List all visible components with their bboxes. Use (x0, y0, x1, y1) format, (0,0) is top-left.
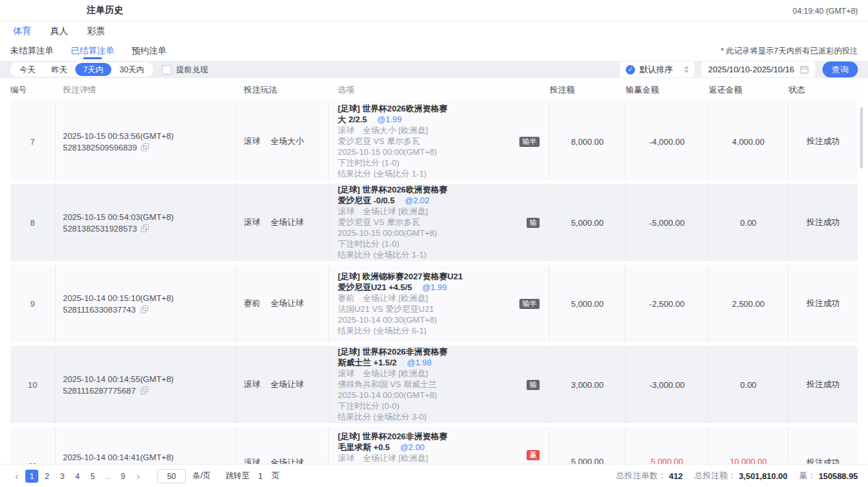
refund-amount: 10,000.00 (709, 427, 788, 464)
bet-time: 2025-10-14 00:15:10(GMT+8) (63, 294, 236, 302)
vertical-scrollbar[interactable] (860, 107, 863, 169)
result-badge: 输 (527, 218, 540, 228)
pager: ‹ 1 2 3 4 5 ... 9 › 条/页 跳转至 1 页 (10, 469, 279, 483)
table-row: 8 2025-10-15 00:54:03(GMT+8) 52813825319… (10, 184, 858, 261)
bet-time: 2025-10-14 00:14:55(GMT+8) (63, 375, 236, 384)
pill-30days[interactable]: 30天内 (111, 63, 152, 76)
option-score-line: 下注时比分 (1-0) (338, 158, 542, 169)
sort-select-value: 默认排序 (639, 64, 673, 75)
total-win-label: 赢： (799, 470, 816, 481)
play-phase: 滚球 (244, 457, 260, 464)
copy-icon[interactable] (141, 224, 149, 232)
play-market: 全场让球 (271, 217, 304, 228)
total-bets-label: 总投注单数： (616, 470, 666, 481)
tab-unsettled[interactable]: 未结算注单 (10, 41, 54, 61)
topbar: 注单历史 04:19:40 (GMT+8) (0, 0, 868, 22)
bet-detail-cell: 2025-10-14 00:14:55(GMT+8) 5281116287775… (56, 346, 237, 423)
next-page-button[interactable]: › (132, 470, 145, 483)
option-time-line: 2025-10-14 00:00(GMT+8) (338, 390, 542, 401)
winloss-amount: -4,000.00 (626, 103, 709, 180)
col-refund: 返还金额 (709, 85, 788, 96)
option-market-line: 滚球 全场让球 [欧洲盘] (338, 368, 542, 379)
bet-history-page: 注单历史 04:19:40 (GMT+8) 体育 真人 彩票 未结算注单 已结算… (0, 0, 868, 487)
server-time: 04:19:40 (GMT+8) (793, 7, 858, 15)
option-teams-line: 爱沙尼亚 VS 摩尔多瓦 (338, 217, 542, 228)
col-winloss: 输赢金额 (626, 85, 709, 96)
option-cell: [足球] 世界杯2026欧洲资格赛 大 2/2.5@1.99 滚球 全场大小 [… (329, 103, 550, 180)
row-no: 10 (10, 346, 56, 423)
date-range-picker[interactable]: 2025/10/10-2025/10/16 (702, 62, 815, 77)
total-stake-label: 总投注额： (694, 470, 736, 481)
selection: 大 2/2.5 (338, 114, 367, 125)
page-button-2[interactable]: 2 (41, 470, 54, 483)
tab-sports[interactable]: 体育 (13, 25, 31, 38)
filter-bar: 今天 昨天 7天内 30天内 提前兑现 ✓ 默认排序 2025/10/10-20… (0, 61, 868, 78)
play-phase: 滚球 (244, 136, 260, 147)
league-name: [足球] 欧洲锦标赛2027资格赛U21 (338, 271, 542, 282)
col-no: 编号 (10, 85, 56, 96)
odds-value: @1.99 (422, 282, 447, 293)
bet-amount: 5,000.00 (550, 184, 626, 261)
page-title: 注单历史 (87, 4, 123, 17)
option-market-line: 滚球 全场大小 [欧洲盘] (338, 125, 542, 136)
category-tabs: 体育 真人 彩票 (0, 22, 868, 41)
option-teams-line: 佛得角共和国 VS 斯威士兰 (338, 379, 542, 390)
play-market: 全场大小 (271, 136, 304, 147)
pill-yesterday[interactable]: 昨天 (43, 63, 75, 76)
col-amount: 投注额 (550, 85, 626, 96)
pill-7days[interactable]: 7天内 (75, 63, 111, 76)
pagination-bar: ‹ 1 2 3 4 5 ... 9 › 条/页 跳转至 1 页 总投注单数： 4… (0, 464, 868, 487)
odds-value: @2.02 (405, 195, 430, 206)
page-button-1[interactable]: 1 (25, 470, 38, 483)
play-phase: 滚球 (244, 217, 260, 228)
order-id: 5281382509596839 (63, 143, 137, 152)
col-detail: 投注详情 (56, 85, 237, 96)
play-phase: 赛前 (244, 298, 260, 309)
play-cell: 滚球 全场让球 (237, 427, 329, 464)
sort-select[interactable]: ✓ 默认排序 (620, 62, 694, 77)
copy-icon[interactable] (140, 386, 148, 394)
bet-time: 2025-10-15 00:53:56(GMT+8) (63, 132, 236, 140)
play-cell: 滚球 全场大小 (237, 103, 329, 180)
bet-status: 投注成功 (788, 103, 858, 180)
table-header: 编号 投注详情 投注玩法 选项 投注额 输赢金额 返还金额 状态 (10, 80, 858, 101)
search-button[interactable]: 查询 (822, 62, 858, 77)
page-button-9[interactable]: 9 (116, 470, 129, 483)
copy-icon[interactable] (141, 143, 149, 151)
prev-page-button[interactable]: ‹ (10, 470, 23, 483)
check-circle-icon: ✓ (626, 65, 635, 75)
winloss-amount: -5,000.00 (626, 184, 709, 261)
bet-status: 投注成功 (788, 346, 858, 423)
option-result-line: 结果比分 (全场比分 1-1) (338, 169, 542, 179)
early-cashout-filter[interactable]: 提前兑现 (162, 64, 208, 75)
tab-lottery[interactable]: 彩票 (87, 25, 105, 38)
page-button-5[interactable]: 5 (86, 470, 99, 483)
play-phase: 滚球 (244, 379, 260, 390)
totals-summary: 总投注单数： 412 总投注额： 3,501,810.00 赢： 150588.… (616, 470, 858, 481)
col-status: 状态 (788, 85, 858, 96)
pill-today[interactable]: 今天 (12, 63, 43, 76)
jump-page-value[interactable]: 1 (258, 472, 263, 480)
page-ellipsis: ... (101, 470, 114, 483)
refund-amount: 0.00 (709, 346, 788, 423)
tab-reserved[interactable]: 预约注单 (132, 41, 166, 61)
option-time-line: 2025-10-15 00:00(GMT+8) (338, 228, 542, 239)
page-size-input[interactable] (157, 469, 186, 483)
page-button-4[interactable]: 4 (71, 470, 84, 483)
cashout-checkbox[interactable] (162, 65, 171, 75)
option-cell: [足球] 世界杯2026非洲资格赛 斯威士兰 +1.5/2@1.98 滚球 全场… (329, 346, 550, 423)
sorter-icon (684, 66, 689, 73)
total-stake-value: 3,501,810.00 (739, 472, 787, 480)
page-button-3[interactable]: 3 (56, 470, 69, 483)
status-tabs: 未结算注单 已结算注单 预约注单 * 此记录将显示7天内所有已派彩的投注 (0, 41, 868, 61)
play-cell: 滚球 全场让球 (237, 346, 329, 423)
date-range-value: 2025/10/10-2025/10/16 (708, 65, 794, 74)
option-teams-line: 爱沙尼亚 VS 摩尔多瓦 (338, 136, 542, 147)
copy-icon[interactable] (140, 305, 148, 313)
option-result-line: 结果比分 (全场比分 6-1) (338, 326, 542, 336)
refund-amount: 4,000.00 (709, 103, 788, 180)
odds-value: @1.98 (407, 357, 432, 368)
tab-live-casino[interactable]: 真人 (50, 25, 68, 38)
option-teams-line: 法国U21 VS 爱沙尼亚U21 (338, 304, 542, 315)
tab-settled[interactable]: 已结算注单 (71, 41, 114, 61)
